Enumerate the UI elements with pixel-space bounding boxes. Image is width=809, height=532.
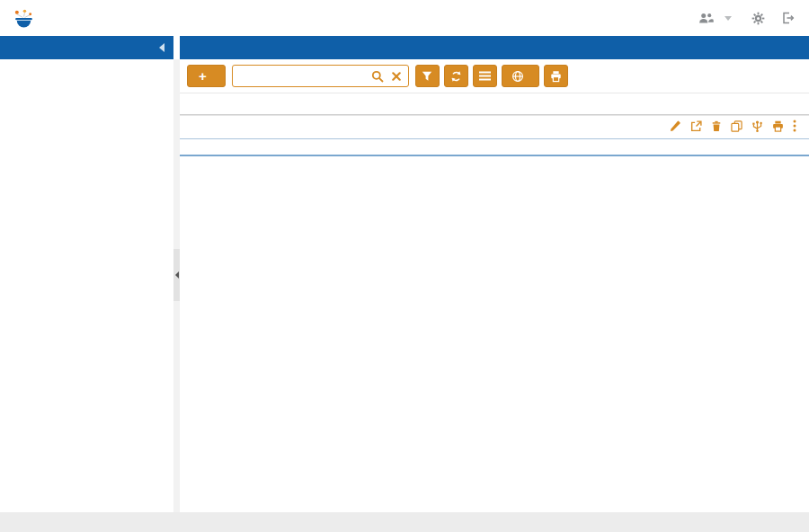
splitter-collapse-handle[interactable]	[173, 249, 180, 301]
topbar-actions	[698, 12, 795, 25]
top-bar	[0, 0, 809, 36]
user-menu[interactable]	[723, 16, 732, 21]
sidebar-collapse-icon[interactable]	[159, 43, 164, 52]
search-icon[interactable]	[371, 70, 384, 83]
edit-card-icon[interactable]	[670, 120, 681, 132]
sidebar-splitter[interactable]	[173, 36, 180, 512]
search-input[interactable]	[240, 69, 363, 84]
open-card-icon[interactable]	[690, 120, 702, 132]
user-group-icon	[698, 13, 714, 24]
refresh-button[interactable]	[444, 65, 468, 87]
main-panel: +	[180, 36, 809, 512]
grid-menu-button[interactable]	[473, 65, 497, 87]
sidebar	[0, 36, 173, 512]
refresh-icon	[450, 70, 462, 83]
cards-toolbar: +	[180, 59, 809, 93]
globe-icon	[511, 70, 524, 83]
chevron-down-icon	[725, 16, 732, 21]
print-card-icon[interactable]	[772, 120, 784, 132]
map-button[interactable]	[502, 65, 539, 87]
printer-icon	[550, 70, 562, 83]
search-box	[232, 65, 409, 87]
add-card-button[interactable]: +	[187, 65, 226, 87]
cards-panel-header	[180, 36, 809, 59]
print-button[interactable]	[544, 65, 568, 87]
menu-icon	[479, 71, 491, 81]
card-detail-panel	[180, 115, 809, 156]
plus-icon: +	[199, 69, 207, 83]
table-header	[180, 93, 809, 115]
logout-button[interactable]	[781, 12, 795, 24]
filter-button[interactable]	[415, 65, 440, 87]
navigation-tree	[0, 59, 173, 66]
relations-graph-icon[interactable]	[751, 120, 763, 132]
cmdbuild-logo-icon	[13, 8, 35, 29]
detail-tabs-row	[180, 116, 809, 139]
detail-form	[180, 139, 809, 155]
clone-card-icon[interactable]	[731, 120, 742, 132]
filter-icon	[422, 71, 432, 82]
settings-button[interactable]	[751, 12, 765, 25]
more-actions-icon[interactable]	[793, 120, 796, 132]
delete-card-icon[interactable]	[711, 120, 722, 132]
sidebar-header	[0, 36, 173, 59]
footer	[0, 512, 809, 532]
app-body: +	[0, 36, 809, 512]
detail-actions	[670, 120, 796, 138]
clear-search-icon[interactable]	[392, 72, 401, 81]
cards-table	[180, 93, 809, 156]
cmdbuild-logo	[13, 8, 39, 29]
